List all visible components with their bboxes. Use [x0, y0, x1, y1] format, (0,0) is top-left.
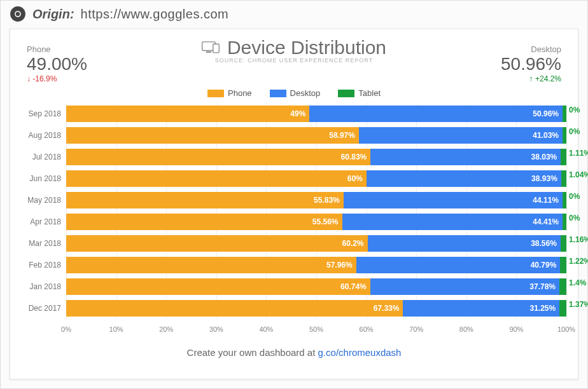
- bar-segment-tablet: [563, 127, 566, 144]
- bar-segment-desktop: 41.03%: [359, 127, 563, 144]
- bar-segment-tablet: [561, 235, 566, 252]
- bar-segment-phone: 60.83%: [66, 149, 370, 165]
- tablet-value-label: 1.4%: [569, 278, 588, 287]
- bar-segment-desktop: 38.03%: [370, 149, 561, 165]
- bar-segment-phone: 49%: [66, 106, 309, 122]
- bar-segment-desktop: 44.11%: [344, 192, 563, 208]
- bar-segment-tablet: [563, 214, 566, 230]
- x-axis-tick: 20%: [159, 325, 173, 333]
- kpi-phone-value: 49.00%: [27, 54, 87, 74]
- bar-segment-phone: 67.33%: [66, 300, 403, 317]
- y-axis-label: Jul 2018: [22, 153, 61, 161]
- y-axis-labels: Sep 2018Aug 2018Jul 2018Jun 2018May 2018…: [22, 103, 66, 319]
- y-axis-label: Mar 2018: [22, 239, 61, 248]
- bar-row: 67.33%31.25%1.37%: [66, 300, 566, 317]
- tablet-value-label: 0%: [569, 214, 588, 222]
- footer-text: Create your own dashboard at: [187, 347, 318, 358]
- x-axis-tick: 100%: [557, 325, 575, 333]
- tablet-value-label: 1.37%: [569, 300, 588, 309]
- y-axis-label: Feb 2018: [22, 261, 61, 270]
- bar-segment-phone: 57.96%: [66, 257, 356, 273]
- arrow-down-icon: ↓: [27, 74, 31, 83]
- bar-segment-desktop: 44.41%: [342, 214, 563, 230]
- bars-container: 49%50.96%0%58.97%41.03%0%60.83%38.03%1.1…: [66, 103, 566, 319]
- bar-row: 57.96%40.79%1.22%: [66, 257, 566, 273]
- bar-segment-tablet: [559, 278, 566, 295]
- chart-title: Device Distribution: [202, 37, 386, 58]
- bar-segment-phone: 55.83%: [66, 192, 344, 208]
- x-axis-tick: 80%: [459, 325, 473, 333]
- footer: Create your own dashboard at g.co/chrome…: [22, 347, 566, 358]
- bar-segment-tablet: [561, 149, 566, 165]
- devices-icon: [202, 37, 221, 58]
- y-axis-label: Jan 2018: [22, 282, 61, 291]
- bar-row: 58.97%41.03%0%: [66, 127, 566, 144]
- bar-row: 60.74%37.78%1.4%: [66, 278, 566, 295]
- bar-segment-tablet: [561, 170, 566, 187]
- y-axis-label: Dec 2017: [22, 304, 61, 313]
- tablet-value-label: 1.22%: [569, 257, 588, 266]
- origin-bar: Origin: https://www.goggles.com: [1, 1, 587, 29]
- tablet-value-label: 0%: [569, 106, 588, 114]
- x-axis-tick: 30%: [209, 325, 223, 333]
- tablet-value-label: 1.11%: [569, 149, 588, 158]
- bar-row: 60%38.93%1.04%: [66, 170, 566, 187]
- tablet-value-label: 1.16%: [569, 235, 588, 244]
- x-axis-tick: 0%: [61, 325, 71, 333]
- svg-rect-5: [206, 51, 211, 53]
- svg-rect-4: [213, 44, 220, 53]
- y-axis-label: Sep 2018: [22, 109, 61, 118]
- kpi-desktop: Desktop 50.96% ↑ +24.2%: [501, 44, 561, 83]
- bar-segment-desktop: 50.96%: [309, 106, 563, 122]
- x-axis: 0%10%20%30%40%50%60%70%80%90%100%: [66, 323, 566, 338]
- kpi-desktop-label: Desktop: [501, 44, 561, 54]
- x-axis-tick: 10%: [109, 325, 123, 333]
- bar-row: 55.56%44.41%0%: [66, 214, 566, 230]
- x-axis-tick: 90%: [509, 325, 523, 333]
- tablet-value-label: 0%: [569, 127, 588, 136]
- x-axis-tick: 40%: [259, 325, 273, 333]
- bar-row: 60.2%38.56%1.16%: [66, 235, 566, 252]
- bar-segment-desktop: 38.93%: [367, 170, 561, 187]
- kpi-phone: Phone 49.00% ↓ -16.9%: [27, 44, 87, 83]
- chrome-icon: [10, 6, 26, 22]
- origin-label: Origin:: [32, 7, 74, 22]
- bar-segment-phone: 60%: [66, 170, 367, 187]
- dashboard-frame: Origin: https://www.goggles.com Device D…: [0, 0, 588, 389]
- bar-segment-phone: 60.74%: [66, 278, 370, 295]
- chart-area: Sep 2018Aug 2018Jul 2018Jun 2018May 2018…: [22, 103, 566, 338]
- bar-segment-tablet: [563, 106, 566, 122]
- bar-segment-desktop: 31.25%: [403, 300, 559, 317]
- bar-segment-desktop: 37.78%: [370, 278, 559, 295]
- tablet-value-label: 0%: [569, 192, 588, 201]
- kpi-desktop-delta: ↑ +24.2%: [501, 74, 561, 83]
- bar-row: 55.83%44.11%0%: [66, 192, 566, 208]
- swatch-phone: [207, 90, 224, 97]
- bar-segment-tablet: [563, 192, 566, 208]
- x-axis-tick: 60%: [360, 325, 374, 333]
- y-axis-label: Apr 2018: [22, 217, 61, 226]
- swatch-tablet: [338, 90, 354, 97]
- legend: Phone Desktop Tablet: [22, 88, 566, 98]
- footer-link[interactable]: g.co/chromeuxdash: [318, 347, 402, 358]
- svg-point-2: [16, 12, 20, 17]
- y-axis-label: Aug 2018: [22, 131, 61, 140]
- x-axis-tick: 50%: [309, 325, 323, 333]
- bar-segment-desktop: 38.56%: [368, 235, 561, 252]
- chart-panel: Device Distribution SOURCE: CHROME USER …: [10, 29, 578, 379]
- y-axis-label: May 2018: [22, 196, 61, 205]
- x-axis-tick: 70%: [409, 325, 423, 333]
- kpi-phone-label: Phone: [27, 44, 87, 54]
- bar-row: 49%50.96%0%: [66, 106, 566, 122]
- arrow-up-icon: ↑: [529, 74, 533, 83]
- bar-segment-phone: 55.56%: [66, 214, 342, 230]
- origin-url: https://www.goggles.com: [81, 7, 229, 22]
- legend-tablet: Tablet: [338, 88, 381, 98]
- bar-segment-desktop: 40.79%: [356, 257, 561, 273]
- swatch-desktop: [270, 90, 286, 97]
- plot-area: 49%50.96%0%58.97%41.03%0%60.83%38.03%1.1…: [66, 103, 566, 319]
- bar-row: 60.83%38.03%1.11%: [66, 149, 566, 165]
- legend-desktop: Desktop: [270, 88, 321, 98]
- legend-phone: Phone: [207, 88, 252, 98]
- bar-segment-tablet: [560, 257, 566, 273]
